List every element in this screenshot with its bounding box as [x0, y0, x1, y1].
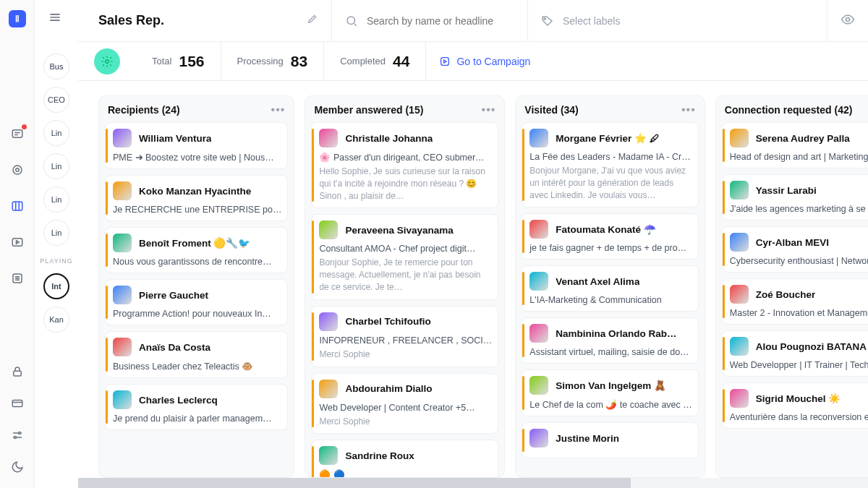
column-menu-icon[interactable]: •••: [482, 103, 496, 116]
card-icon[interactable]: [9, 395, 25, 411]
playing-label: PLAYING: [40, 257, 72, 265]
app-logo[interactable]: ⫴: [9, 10, 26, 27]
contact-card[interactable]: Nambinina Orlando Rab…Assistant virtuel,…: [522, 317, 698, 364]
contact-card[interactable]: Morgane Février ⭐ 🖊La Fée des Leaders - …: [522, 122, 698, 207]
workspace-chip[interactable]: Lin: [43, 120, 69, 146]
contact-card[interactable]: Serena Audrey PallaHead of design and ar…: [722, 122, 868, 168]
contact-name: Simon Van Ingelgem 🧸: [556, 380, 666, 391]
contact-headline: Je prend du plaisir à parler managem…: [113, 414, 281, 424]
svg-point-1: [13, 166, 22, 174]
contact-name: Christalle Johanna: [345, 133, 433, 144]
contact-card[interactable]: Charles LeclercqJe prend du plaisir à pa…: [105, 384, 288, 430]
tag-icon: [541, 14, 554, 27]
contact-card[interactable]: Cyr-Alban MEVICybersecurity enthousiast …: [722, 226, 868, 273]
contact-name: William Ventura: [139, 133, 211, 144]
avatar: [730, 129, 749, 147]
avatar: [113, 338, 132, 356]
avatar: [113, 181, 132, 200]
contact-name: Justine Morin: [556, 433, 619, 444]
contact-card[interactable]: Abdourahim DialloWeb Developer | Content…: [311, 373, 498, 435]
list-icon[interactable]: [9, 270, 25, 286]
contact-card[interactable]: Christalle Johanna🌸 Passer d'un dirigean…: [311, 122, 498, 208]
contact-card[interactable]: Fatoumata Konaté ☂️je te fais gagner + d…: [522, 213, 698, 260]
contact-name: Charbel Tchifoufio: [345, 316, 430, 327]
hamburger-icon[interactable]: [48, 10, 62, 27]
contact-name: Venant Axel Alima: [556, 276, 639, 287]
contact-card[interactable]: Justine Morin: [522, 422, 698, 458]
contact-card[interactable]: Charbel TchifoufioINFOPRENEUR , FREELANC…: [311, 306, 498, 367]
workspace-chip[interactable]: Lin: [43, 187, 69, 213]
contact-card[interactable]: Peraveena SivayanamaConsultant AMOA - Ch…: [311, 214, 498, 299]
contact-card[interactable]: Pierre GauchetProgramme Action! pour nou…: [105, 279, 288, 325]
contact-message: Bonjour Sophie, Je te remercie pour ton …: [319, 257, 492, 293]
kanban-board[interactable]: Recipients (24)•••William VenturaPME ➜ B…: [78, 81, 868, 488]
play-icon: [439, 56, 451, 67]
top-bar: Sales Rep. Select labels: [78, 0, 868, 42]
workspace-chip[interactable]: Bus: [43, 53, 69, 80]
contact-name: Alou Pougnozi BATANA: [756, 341, 867, 352]
column-title: Member answered (15): [314, 104, 423, 116]
kanban-column: Connection requested (42)•••Serena Audre…: [715, 95, 868, 478]
svg-point-13: [106, 59, 109, 63]
avatar: [730, 337, 749, 356]
contact-card[interactable]: Sigrid Mouchel ☀️Aventurière dans la rec…: [722, 382, 868, 429]
lock-icon[interactable]: [9, 364, 25, 380]
contact-card[interactable]: Yassir LarabiJ'aide les agences marketin…: [722, 174, 868, 221]
board-icon[interactable]: [9, 198, 25, 214]
workspace-chip[interactable]: Lin: [43, 153, 69, 179]
contact-name: Charles Leclercq: [139, 395, 218, 406]
contact-name: Abdourahim Diallo: [345, 383, 432, 394]
stats-bar: Total156 Processing83 Completed44 Go to …: [78, 42, 868, 81]
contact-card[interactable]: Alou Pougnozi BATANAWeb Developper | IT …: [722, 330, 868, 377]
kanban-column: Visited (34)•••Morgane Février ⭐ 🖊La Fée…: [515, 95, 705, 478]
contact-name: Sandrine Roux: [345, 450, 414, 461]
contact-name: Pierre Gauchet: [139, 290, 208, 301]
contact-card[interactable]: Koko Manzan HyacintheJe RECHERCHE une EN…: [105, 175, 288, 221]
go-to-campaign-link[interactable]: Go to Campaign: [439, 56, 530, 67]
messages-icon[interactable]: [9, 126, 25, 142]
contact-card[interactable]: Benoît Froment 🟡🔧🐦Nous vous garantissons…: [105, 227, 288, 273]
horizontal-scrollbar[interactable]: [78, 478, 868, 488]
contact-headline: La Fée des Leaders - Madame IA - Cr…: [529, 152, 692, 162]
avatar: [113, 234, 132, 252]
contact-card[interactable]: Zoé BoucherMaster 2 - Innovation et Mana…: [722, 278, 868, 325]
svg-rect-4: [12, 239, 22, 247]
svg-rect-14: [441, 57, 449, 65]
kanban-column: Member answered (15)•••Christalle Johann…: [305, 95, 505, 478]
contact-name: Peraveena Sivayanama: [345, 225, 453, 236]
labels-select[interactable]: Select labels: [528, 14, 827, 27]
workspace-chip[interactable]: CEO: [43, 87, 69, 113]
search-icon: [345, 14, 358, 27]
search-input[interactable]: [367, 15, 514, 27]
contact-card[interactable]: William VenturaPME ➜ Boostez votre site …: [105, 122, 288, 169]
visibility-icon[interactable]: [827, 12, 868, 30]
workspace-chip[interactable]: Int: [43, 273, 69, 299]
campaign-gear-icon[interactable]: [94, 48, 120, 74]
contact-headline: L'IA-Marketing & Communication: [529, 295, 692, 305]
workspace-chip[interactable]: Lin: [43, 220, 69, 246]
svg-point-11: [544, 17, 545, 19]
video-icon[interactable]: [9, 234, 25, 250]
page-title: Sales Rep.: [98, 13, 164, 28]
avatar: [319, 380, 338, 398]
contact-headline: Je RECHERCHE une ENTREPRISE po…: [113, 205, 281, 215]
contact-headline: Cybersecurity enthousiast | Network …: [730, 256, 868, 266]
target-icon[interactable]: [9, 162, 25, 178]
contact-name: Cyr-Alban MEVI: [756, 237, 829, 248]
contact-card[interactable]: Anaïs Da CostaBusiness Leader chez Telea…: [105, 331, 288, 378]
contact-name: Anaïs Da Costa: [139, 342, 210, 353]
svg-rect-6: [13, 371, 21, 376]
column-menu-icon[interactable]: •••: [271, 103, 286, 116]
column-menu-icon[interactable]: •••: [681, 103, 696, 116]
workspace-chip[interactable]: Kan: [43, 307, 69, 333]
edit-title-icon[interactable]: [307, 13, 318, 28]
column-title: Recipients (24): [108, 104, 180, 116]
contact-card[interactable]: Sandrine Roux🟠 🔵: [311, 440, 498, 477]
contact-card[interactable]: Venant Axel AlimaL'IA-Marketing & Commun…: [522, 265, 698, 312]
theme-icon[interactable]: [9, 459, 25, 475]
avatar: [113, 286, 132, 304]
svg-point-12: [846, 17, 850, 21]
contact-card[interactable]: Simon Van Ingelgem 🧸Le Chef de la com 🌶️…: [522, 369, 698, 416]
search-box[interactable]: [332, 14, 527, 27]
settings-icon[interactable]: [9, 427, 25, 443]
